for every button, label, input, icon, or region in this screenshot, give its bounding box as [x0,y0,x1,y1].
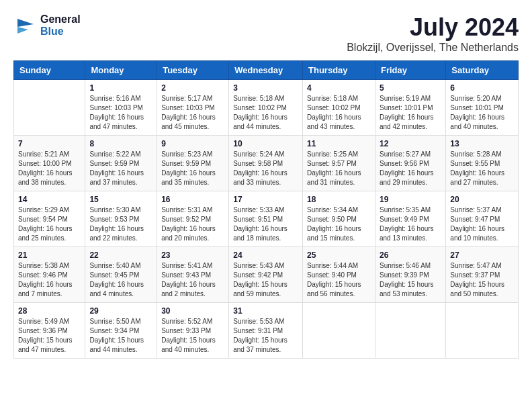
day-info: Sunrise: 5:18 AMSunset: 10:02 PMDaylight… [233,94,298,132]
day-info: Sunrise: 5:35 AMSunset: 9:49 PMDaylight:… [380,205,441,243]
day-number: 1 [89,83,152,93]
calendar-cell: 10Sunrise: 5:24 AMSunset: 9:58 PMDayligh… [229,136,303,191]
day-info: Sunrise: 5:38 AMSunset: 9:46 PMDaylight:… [18,261,81,299]
day-info: Sunrise: 5:37 AMSunset: 9:47 PMDaylight:… [450,205,514,243]
day-number: 31 [233,306,298,316]
logo: General Blue [13,13,81,38]
day-info: Sunrise: 5:43 AMSunset: 9:42 PMDaylight:… [233,261,298,299]
day-number: 25 [307,250,371,260]
day-number: 19 [380,195,441,204]
day-number: 2 [161,83,224,93]
day-number: 4 [307,83,371,93]
page-header: General Blue July 2024 Blokzijl, Overijs… [13,13,519,54]
day-info: Sunrise: 5:41 AMSunset: 9:43 PMDaylight:… [161,261,224,299]
day-info: Sunrise: 5:33 AMSunset: 9:51 PMDaylight:… [233,205,298,243]
day-number: 5 [380,83,441,93]
day-number: 20 [450,195,514,204]
svg-marker-1 [17,27,28,34]
day-number: 15 [89,195,152,204]
week-row-1: 1Sunrise: 5:16 AMSunset: 10:03 PMDayligh… [14,80,519,136]
svg-marker-0 [17,19,34,27]
day-number: 3 [233,83,298,93]
calendar-cell: 17Sunrise: 5:33 AMSunset: 9:51 PMDayligh… [229,191,303,247]
day-info: Sunrise: 5:28 AMSunset: 9:55 PMDaylight:… [450,150,514,187]
day-info: Sunrise: 5:44 AMSunset: 9:40 PMDaylight:… [307,261,371,299]
day-info: Sunrise: 5:34 AMSunset: 9:50 PMDaylight:… [307,205,371,243]
day-number: 23 [161,250,224,260]
weekday-sunday: Sunday [14,61,85,80]
calendar-cell: 29Sunrise: 5:50 AMSunset: 9:34 PMDayligh… [85,303,157,359]
calendar-cell: 15Sunrise: 5:30 AMSunset: 9:53 PMDayligh… [85,191,157,247]
calendar-cell: 26Sunrise: 5:46 AMSunset: 9:39 PMDayligh… [375,247,445,303]
day-number: 28 [18,306,81,316]
day-info: Sunrise: 5:31 AMSunset: 9:52 PMDaylight:… [161,205,224,243]
calendar-cell: 25Sunrise: 5:44 AMSunset: 9:40 PMDayligh… [303,247,375,303]
day-number: 18 [307,195,371,204]
weekday-friday: Friday [375,61,445,80]
day-info: Sunrise: 5:49 AMSunset: 9:36 PMDaylight:… [18,317,81,355]
day-info: Sunrise: 5:17 AMSunset: 10:03 PMDaylight… [161,94,224,132]
day-info: Sunrise: 5:27 AMSunset: 9:56 PMDaylight:… [380,150,441,187]
calendar-cell: 19Sunrise: 5:35 AMSunset: 9:49 PMDayligh… [375,191,445,247]
calendar-cell: 13Sunrise: 5:28 AMSunset: 9:55 PMDayligh… [446,136,519,191]
week-row-3: 14Sunrise: 5:29 AMSunset: 9:54 PMDayligh… [14,191,519,247]
calendar-body: 1Sunrise: 5:16 AMSunset: 10:03 PMDayligh… [14,80,519,359]
calendar-cell: 1Sunrise: 5:16 AMSunset: 10:03 PMDayligh… [85,80,157,136]
day-number: 13 [450,139,514,148]
day-number: 22 [89,250,152,260]
weekday-monday: Monday [85,61,157,80]
day-info: Sunrise: 5:21 AMSunset: 10:00 PMDaylight… [18,150,81,187]
week-row-2: 7Sunrise: 5:21 AMSunset: 10:00 PMDayligh… [14,136,519,191]
day-info: Sunrise: 5:53 AMSunset: 9:31 PMDaylight:… [233,317,298,355]
day-info: Sunrise: 5:19 AMSunset: 10:01 PMDaylight… [380,94,441,132]
day-number: 29 [89,306,152,316]
weekday-header-row: SundayMondayTuesdayWednesdayThursdayFrid… [14,61,519,80]
day-info: Sunrise: 5:29 AMSunset: 9:54 PMDaylight:… [18,205,81,243]
day-number: 7 [18,139,81,148]
logo-blue: Blue [40,26,81,38]
weekday-wednesday: Wednesday [229,61,303,80]
day-info: Sunrise: 5:25 AMSunset: 9:57 PMDaylight:… [307,150,371,187]
calendar-cell [303,303,375,359]
day-number: 12 [380,139,441,148]
weekday-saturday: Saturday [446,61,519,80]
logo-icon [13,13,38,38]
calendar-cell: 12Sunrise: 5:27 AMSunset: 9:56 PMDayligh… [375,136,445,191]
calendar-cell: 2Sunrise: 5:17 AMSunset: 10:03 PMDayligh… [157,80,229,136]
calendar-cell: 18Sunrise: 5:34 AMSunset: 9:50 PMDayligh… [303,191,375,247]
week-row-4: 21Sunrise: 5:38 AMSunset: 9:46 PMDayligh… [14,247,519,303]
calendar-cell: 23Sunrise: 5:41 AMSunset: 9:43 PMDayligh… [157,247,229,303]
day-number: 9 [161,139,224,148]
calendar-cell: 14Sunrise: 5:29 AMSunset: 9:54 PMDayligh… [14,191,85,247]
calendar-cell: 20Sunrise: 5:37 AMSunset: 9:47 PMDayligh… [446,191,519,247]
day-number: 14 [18,195,81,204]
calendar-cell: 4Sunrise: 5:18 AMSunset: 10:02 PMDayligh… [303,80,375,136]
weekday-thursday: Thursday [303,61,375,80]
title-section: July 2024 Blokzijl, Overijssel, The Neth… [347,13,519,54]
day-info: Sunrise: 5:47 AMSunset: 9:37 PMDaylight:… [450,261,514,299]
day-number: 24 [233,250,298,260]
calendar-cell: 31Sunrise: 5:53 AMSunset: 9:31 PMDayligh… [229,303,303,359]
weekday-tuesday: Tuesday [157,61,229,80]
day-info: Sunrise: 5:30 AMSunset: 9:53 PMDaylight:… [89,205,152,243]
calendar-table: SundayMondayTuesdayWednesdayThursdayFrid… [13,60,519,359]
day-number: 10 [233,139,298,148]
day-info: Sunrise: 5:23 AMSunset: 9:59 PMDaylight:… [161,150,224,187]
calendar-cell [375,303,445,359]
calendar-cell: 7Sunrise: 5:21 AMSunset: 10:00 PMDayligh… [14,136,85,191]
month-title: July 2024 [347,13,519,42]
day-number: 30 [161,306,224,316]
calendar-cell [446,303,519,359]
day-info: Sunrise: 5:52 AMSunset: 9:33 PMDaylight:… [161,317,224,355]
day-number: 26 [380,250,441,260]
day-info: Sunrise: 5:18 AMSunset: 10:02 PMDaylight… [307,94,371,132]
day-info: Sunrise: 5:16 AMSunset: 10:03 PMDaylight… [89,94,152,132]
calendar-cell: 16Sunrise: 5:31 AMSunset: 9:52 PMDayligh… [157,191,229,247]
calendar-cell: 6Sunrise: 5:20 AMSunset: 10:01 PMDayligh… [446,80,519,136]
calendar-cell: 11Sunrise: 5:25 AMSunset: 9:57 PMDayligh… [303,136,375,191]
day-info: Sunrise: 5:46 AMSunset: 9:39 PMDaylight:… [380,261,441,299]
day-number: 21 [18,250,81,260]
calendar-cell: 8Sunrise: 5:22 AMSunset: 9:59 PMDaylight… [85,136,157,191]
day-info: Sunrise: 5:50 AMSunset: 9:34 PMDaylight:… [89,317,152,355]
calendar-cell [14,80,85,136]
